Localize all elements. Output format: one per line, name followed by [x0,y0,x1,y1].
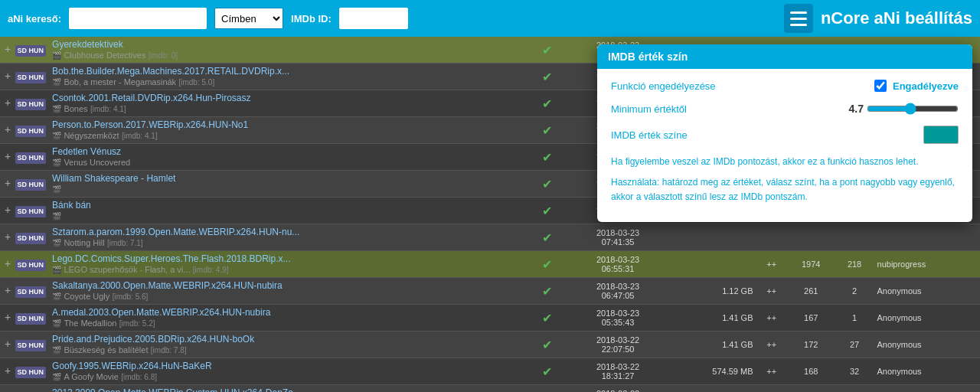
add-torrent-button[interactable]: + [3,43,12,55]
torrent-icon: 🎬 [52,239,61,247]
color-swatch[interactable] [923,126,959,144]
torrent-subname: Clubhouse Detectives [64,51,145,60]
torrent-info-cell: Csontok.2001.Retail.DVDRip.x264.Hun-Piro… [49,90,539,117]
minimum-slider[interactable] [867,103,959,115]
check-icon: ✔ [542,231,552,244]
torrent-subname: Coyote Ugly [64,292,109,301]
uploader-cell[interactable]: nubiprogress [874,251,980,278]
main-content: + SD HUN Gyerekdetektivek 🎬 Clubhouse De… [0,37,980,392]
torrent-name[interactable]: Fedetlen Vénusz [52,146,536,157]
imdb-label: IMDb ID: [291,13,332,24]
add-torrent-button[interactable]: + [3,70,12,82]
imdb-rating[interactable]: [imdb: 5.6] [113,292,149,301]
leech-cell: 27 [835,332,874,358]
check-cell: ✔ [539,117,570,144]
table-row: + SD HUN Sakaltanya.2000.Open.Matte.WEBR… [0,278,980,305]
torrent-subname: Notting Hill [64,238,104,247]
add-torrent-button[interactable]: + [3,230,12,243]
check-icon: ✔ [542,178,552,191]
badge-cell: + SD HUN [0,385,49,393]
torrent-icon: 🎬 [52,266,61,274]
search-input[interactable] [69,8,207,29]
uploader-cell[interactable]: Anonymous [874,332,980,358]
torrent-icon: 🎬 [52,132,61,140]
badge-label: SD HUN [15,340,47,351]
torrent-name[interactable]: Csontok.2001.Retail.DVDRip.x264.Hun-Piro… [52,93,536,103]
torrent-subname: A Goofy Movie [64,372,119,381]
badge-label: SD HUN [15,313,47,325]
check-cell: ✔ [539,171,570,198]
imdb-rating[interactable]: [imdb: 5.2] [119,319,155,328]
uploader-cell[interactable]: Anonymous [874,278,980,305]
uploader-cell[interactable] [874,224,980,251]
popup-enable-control: Engadélyezve [874,80,959,92]
add-torrent-button[interactable]: + [3,150,12,162]
imdb-rating[interactable]: [imdb: 5.0] [178,78,214,87]
torrent-name[interactable]: Person.to.Person.2017.WEBRip.x264.HUN-No… [52,119,536,130]
badge-label: SD HUN [15,206,47,217]
check-cell: ✔ [539,64,570,90]
add-torrent-button[interactable]: + [3,123,12,136]
date-cell: 2018-03-2222:07:50 [570,332,665,358]
add-torrent-button[interactable]: + [3,364,12,377]
popup-body: Funkció engedélyezése Engadélyezve Minim… [597,69,972,222]
enable-checkbox[interactable] [874,80,887,92]
uploader-cell[interactable]: Anonymous [874,358,980,385]
popup-row-enable: Funkció engedélyezése Engadélyezve [611,80,959,92]
imdb-rating[interactable]: [imdb: 7.1] [107,239,143,247]
pp-cell: ++ [756,305,787,332]
check-icon: ✔ [542,70,552,83]
uploader-cell[interactable]: Anonymous [874,385,980,393]
torrent-subname: LEGO szuperhősök - Flash, a vi... [64,265,190,274]
pp-cell: ++ [756,278,787,305]
add-torrent-button[interactable]: + [3,311,12,323]
torrent-subname: Venus Uncovered [64,158,130,167]
imdb-rating[interactable]: [imdb: 7.8] [151,346,187,354]
popup-desc-2: Használata: határozd meg az értéket, vál… [611,175,959,204]
check-icon: ✔ [542,258,552,271]
torrent-name[interactable]: Gyerekdetektivek [52,39,536,50]
pp-cell: ++ [756,358,787,385]
torrent-name[interactable]: Lego.DC.Comics.Super.Heroes.The.Flash.20… [52,253,536,264]
torrent-name[interactable]: Sztarom.a.parom.1999.Open.Matte.WEBRIP.x… [52,227,536,237]
add-torrent-button[interactable]: + [3,96,12,109]
torrent-name[interactable]: William Shakespeare - Hamlet [52,173,536,184]
torrent-name[interactable]: Bánk bán [52,200,536,211]
torrent-name[interactable]: A.medal.2003.Open.Matte.WEBRIP.x264.HUN-… [52,307,536,318]
leech-cell: 2 [835,278,874,305]
add-torrent-button[interactable]: + [3,257,12,270]
badge-cell: + SD HUN [0,305,49,332]
check-icon: ✔ [542,44,552,57]
imdb-rating[interactable]: [imdb: 4.9] [193,266,229,274]
imdb-id-input[interactable] [339,8,408,29]
torrent-info-cell: Fedetlen Vénusz 🎬 Venus Uncovered [49,144,539,171]
check-icon: ✔ [542,97,552,110]
torrent-name[interactable]: Goofy.1995.WEBRip.x264.HuN-BaKeR [52,361,536,371]
torrent-subname: Büszkeség és balítélet [64,345,148,354]
torrent-info-cell: Bob.the.Builder.Mega.Machines.2017.RETAI… [49,64,539,90]
torrent-name[interactable]: Pride.and.Prejudice.2005.BDRip.x264.HUN-… [52,334,536,345]
popup-header: IMDB érték szín [597,44,972,69]
imdb-rating[interactable]: [imdb: 0] [149,51,178,60]
torrent-name[interactable]: 2012.2009.Open.Matte.WEBRip.Custom.HUN.x… [52,387,536,392]
imdb-rating[interactable]: [imdb: 4.1] [122,132,158,140]
imdb-rating[interactable]: [imdb: 6.8] [121,373,157,381]
badge-label: SD HUN [15,152,47,164]
torrent-name[interactable]: Bob.the.Builder.Mega.Machines.2017.RETAI… [52,66,536,77]
add-torrent-button[interactable]: + [3,338,12,350]
leech-cell: 218 [835,251,874,278]
badge-cell: + SD HUN [0,144,49,171]
badge-cell: + SD HUN [0,90,49,117]
torrent-icon: 🎬 [52,319,61,328]
search-type-select[interactable]: Címben Leírásban Mindenhol [214,8,283,29]
torrent-name[interactable]: Sakaltanya.2000.Open.Matte.WEBRIP.x264.H… [52,280,536,291]
hamburger-button[interactable] [784,4,813,33]
size-cell [665,224,756,251]
add-torrent-button[interactable]: + [3,177,12,189]
seed-cell [787,224,835,251]
add-torrent-button[interactable]: + [3,284,12,296]
uploader-cell[interactable]: Anonymous [874,305,980,332]
imdb-rating[interactable]: [imdb: 4.1] [90,105,126,113]
torrent-icon: 🎬 [52,158,61,167]
add-torrent-button[interactable]: + [3,204,12,216]
